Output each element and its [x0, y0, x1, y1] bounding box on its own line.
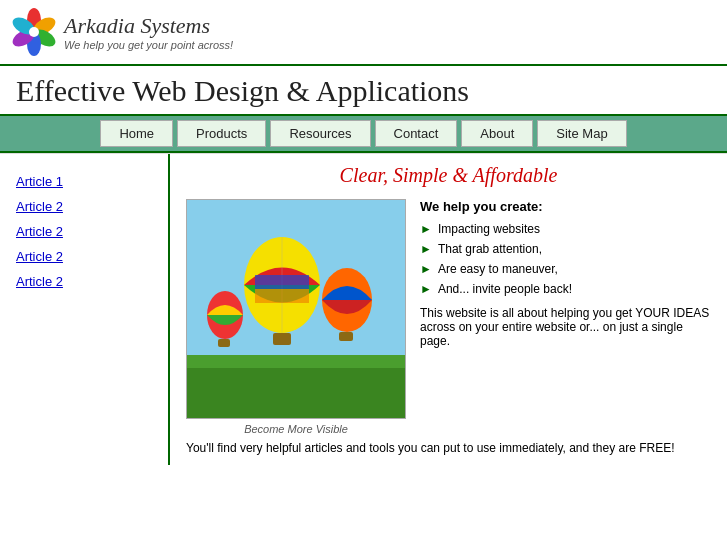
nav-about[interactable]: About: [461, 120, 533, 147]
logo-icon: [10, 8, 58, 56]
company-name: Arkadia Systems: [64, 13, 233, 39]
nav-resources[interactable]: Resources: [270, 120, 370, 147]
nav-home[interactable]: Home: [100, 120, 173, 147]
sidebar-article-2b[interactable]: Article 2: [16, 224, 158, 239]
page-title: Effective Web Design & Applications: [16, 74, 711, 108]
bottom-text: This website is all about helping you ge…: [420, 306, 711, 348]
bullet-2: ► That grab attention,: [420, 242, 711, 256]
content-area: Clear, Simple & Affordable: [170, 154, 727, 465]
balloon-section: Become More Visible: [186, 199, 406, 435]
balloon-caption: Become More Visible: [244, 423, 348, 435]
svg-rect-14: [273, 333, 291, 345]
nav-bar: Home Products Resources Contact About Si…: [0, 116, 727, 153]
svg-rect-16: [339, 332, 353, 341]
bullet-1: ► Impacting websites: [420, 222, 711, 236]
svg-rect-12: [255, 275, 309, 289]
svg-point-6: [29, 27, 39, 37]
svg-rect-9: [187, 368, 406, 419]
sidebar-article-2a[interactable]: Article 2: [16, 199, 158, 214]
sidebar-article-2c[interactable]: Article 2: [16, 249, 158, 264]
tagline: We help you get your point across!: [64, 39, 233, 51]
svg-rect-13: [255, 289, 309, 303]
bullet-text-2: That grab attention,: [438, 242, 542, 256]
svg-rect-18: [218, 339, 230, 347]
bottom-full-text: You'll find very helpful articles and to…: [186, 441, 711, 455]
bullet-text-3: Are easy to maneuver,: [438, 262, 558, 276]
main-layout: Article 1 Article 2 Article 2 Article 2 …: [0, 153, 727, 465]
nav-products[interactable]: Products: [177, 120, 266, 147]
sidebar-article-1[interactable]: Article 1: [16, 174, 158, 189]
bullet-arrow-2: ►: [420, 242, 432, 256]
bullet-arrow-4: ►: [420, 282, 432, 296]
header: Arkadia Systems We help you get your poi…: [0, 0, 727, 66]
bullet-4: ► And... invite people back!: [420, 282, 711, 296]
sidebar: Article 1 Article 2 Article 2 Article 2 …: [0, 154, 170, 465]
bullet-text-4: And... invite people back!: [438, 282, 572, 296]
logo-area: Arkadia Systems We help you get your poi…: [64, 13, 233, 51]
bullet-arrow-3: ►: [420, 262, 432, 276]
content-title: Clear, Simple & Affordable: [186, 164, 711, 187]
balloon-image: [186, 199, 406, 419]
bullet-arrow-1: ►: [420, 222, 432, 236]
content-body: Become More Visible We help you create: …: [186, 199, 711, 435]
nav-sitemap[interactable]: Site Map: [537, 120, 626, 147]
right-section: We help you create: ► Impacting websites…: [420, 199, 711, 435]
nav-contact[interactable]: Contact: [375, 120, 458, 147]
bullet-3: ► Are easy to maneuver,: [420, 262, 711, 276]
bottom-right-text: This website is all about helping you ge…: [420, 306, 709, 348]
bullet-text-1: Impacting websites: [438, 222, 540, 236]
sidebar-article-2d[interactable]: Article 2: [16, 274, 158, 289]
we-help-label: We help you create:: [420, 199, 711, 214]
page-title-bar: Effective Web Design & Applications: [0, 66, 727, 116]
